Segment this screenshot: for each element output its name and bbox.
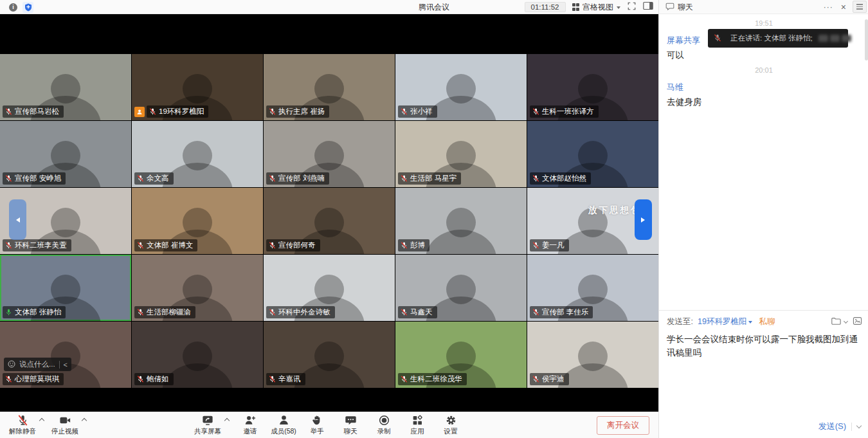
video-tile[interactable]: 宣传部 刘燕喃 — [264, 121, 395, 187]
mic-muted-icon — [137, 175, 144, 182]
video-tile[interactable]: 马鑫天 — [395, 255, 527, 321]
video-tile[interactable]: 鲍倩如 — [132, 322, 263, 388]
video-tile[interactable]: 宣传部 李佳乐 — [527, 255, 658, 321]
settings-label: 设置 — [444, 427, 458, 436]
participant-name: 文体部 张静怡 — [15, 307, 61, 317]
video-tile[interactable]: 文体部 张静怡 — [0, 255, 131, 321]
chat-panel-title: 聊天 — [678, 2, 693, 13]
leave-meeting-button[interactable]: 离开会议 — [597, 416, 649, 435]
unmute-button[interactable]: 解除静音 — [8, 414, 37, 436]
participant-name: 宣传部马岩松 — [15, 107, 59, 116]
participant-name: 心理部莫琪琪 — [15, 374, 59, 384]
chat-compose-area: 发送至: 19环科罗樵阳 私聊 学长一会会议结束时你可以露一下脸我截图加到通讯稿… — [659, 310, 868, 438]
participant-name: 19环科罗樵阳 — [159, 107, 204, 116]
side-panel-layout-icon[interactable] — [643, 1, 653, 13]
participant-name: 宣传部 安峥旭 — [15, 174, 61, 183]
quick-chat-collapse-icon[interactable]: < — [64, 361, 68, 369]
apps-label: 应用 — [411, 427, 424, 436]
record-label: 录制 — [377, 427, 391, 436]
quick-chat-bar[interactable]: 说点什么... < — [4, 358, 71, 371]
video-tile[interactable]: 文体部赵怡然 — [527, 121, 658, 187]
share-options-chevron[interactable] — [224, 418, 230, 423]
video-tile[interactable]: 宣传部 安峥旭 — [0, 121, 131, 187]
stop-video-button[interactable]: 停止视频 — [50, 414, 80, 436]
video-tile[interactable]: 生科一班张译方 — [527, 54, 658, 120]
video-area: 宣传部马岩松 19环科罗樵阳 — [0, 14, 658, 412]
mic-muted-icon — [137, 309, 144, 316]
participant-name: 文体部赵怡然 — [542, 174, 586, 183]
settings-button[interactable]: 设置 — [436, 414, 466, 436]
quick-chat-placeholder: 说点什么... — [19, 360, 55, 369]
chat-message-list[interactable]: 19:51 屏幕共享 可以 20:01 马维 去健身房 — [659, 14, 868, 310]
video-tile[interactable]: 文体部 崔博文 — [132, 188, 263, 254]
record-button[interactable]: 录制 — [369, 414, 399, 436]
video-tile[interactable]: 说点什么... < 心理部莫琪琪 — [0, 322, 131, 388]
send-options-chevron[interactable] — [856, 423, 862, 428]
now-speaking-banner: 正在讲话: 文体部 张静怡; — [708, 29, 848, 48]
mic-muted-icon — [269, 108, 276, 115]
fullscreen-icon[interactable] — [627, 1, 637, 14]
mic-muted-icon — [532, 108, 539, 115]
mic-muted-icon — [401, 242, 408, 249]
chat-scrollbar[interactable] — [865, 19, 868, 60]
mic-muted-icon — [269, 175, 276, 182]
send-button[interactable]: 发送(S) — [818, 421, 846, 432]
mic-muted-icon — [401, 376, 408, 383]
chat-history-icon[interactable] — [831, 316, 842, 327]
participant-name: 余文高 — [147, 174, 169, 183]
participant-name: 宣传部 李佳乐 — [542, 307, 588, 317]
mic-muted-icon — [401, 309, 408, 316]
participant-name: 辛嘉讯 — [278, 374, 301, 384]
chat-more-options-icon[interactable]: ··· — [824, 4, 833, 10]
mic-muted-icon — [5, 376, 12, 383]
apps-icon — [411, 414, 424, 426]
send-to-selector[interactable]: 19环科罗樵阳 — [698, 316, 752, 327]
screenshot-icon[interactable] — [853, 316, 862, 327]
video-tile[interactable]: 张小祥 — [395, 54, 527, 120]
apps-button[interactable]: 应用 — [402, 414, 432, 436]
camera-options-chevron[interactable] — [82, 418, 87, 423]
share-screen-button[interactable]: 共享屏幕 — [193, 414, 222, 436]
raise-hand-icon — [311, 414, 323, 426]
next-page-arrow[interactable] — [635, 199, 652, 240]
mic-options-chevron[interactable] — [39, 418, 44, 423]
members-button[interactable]: 成员(58) — [269, 414, 298, 436]
send-to-caret-icon — [748, 321, 752, 325]
chat-input[interactable]: 学长一会会议结束时你可以露一下脸我截图加到通讯稿里吗 — [659, 330, 868, 363]
mic-muted-icon — [269, 376, 276, 383]
quick-chat-divider — [59, 361, 60, 369]
video-tile[interactable]: 环科中外金诗敏 — [264, 255, 395, 321]
blurred-speaker-names — [818, 35, 851, 42]
video-tile[interactable]: 侯宇迪 — [527, 322, 658, 388]
meeting-window: i 腾讯会议 01:11:52 宫格视图 — [0, 0, 868, 438]
raise-hand-button[interactable]: 举手 — [302, 414, 332, 436]
video-tile[interactable]: 宣传部何奇 — [264, 188, 395, 254]
video-tile[interactable]: 生活部柳疆渝 — [132, 255, 263, 321]
video-tile[interactable]: 彭博 — [395, 188, 527, 254]
chat-history-chevron[interactable] — [844, 319, 848, 324]
video-tile[interactable]: 宣传部马岩松 — [0, 54, 131, 120]
participant-name: 生活部 马星宇 — [410, 174, 457, 183]
panel-menu-icon[interactable] — [853, 1, 867, 13]
emoji-icon[interactable] — [8, 360, 15, 369]
record-icon — [378, 414, 390, 426]
chat-button[interactable]: 聊天 — [336, 414, 365, 436]
video-tile[interactable]: 生科二班徐茂华 — [395, 322, 527, 388]
video-tile[interactable]: 余文高 — [132, 121, 263, 187]
video-tile[interactable]: 执行主席 崔扬 — [264, 54, 395, 120]
chat-bubble-icon — [665, 3, 674, 12]
view-mode-selector[interactable]: 宫格视图 — [572, 2, 621, 13]
message-sender[interactable]: 马维 — [667, 82, 861, 93]
previous-page-arrow[interactable] — [9, 199, 26, 240]
mic-speaking-icon — [5, 309, 12, 316]
chat-close-icon[interactable]: × — [841, 3, 846, 12]
video-tile[interactable]: 19环科罗樵阳 — [132, 54, 263, 120]
now-speaking-text: 正在讲话: 文体部 张静怡; — [730, 33, 813, 43]
arrow-left-icon — [14, 217, 20, 223]
video-tile[interactable]: 生活部 马星宇 — [395, 121, 527, 187]
raise-hand-label: 举手 — [311, 427, 324, 436]
invite-button[interactable]: 邀请 — [235, 414, 265, 436]
message-text: 去健身房 — [667, 96, 861, 108]
mic-muted-icon — [137, 242, 144, 249]
video-tile[interactable]: 辛嘉讯 — [264, 322, 395, 388]
